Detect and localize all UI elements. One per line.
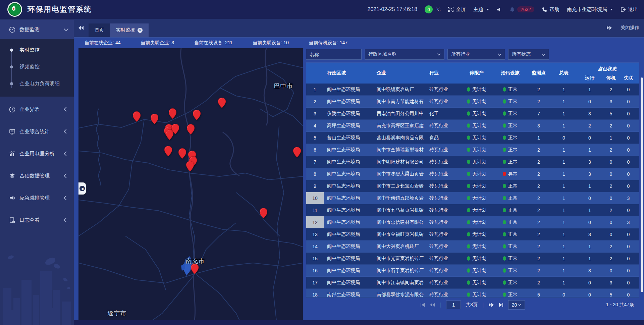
map-pin[interactable] <box>186 161 194 171</box>
theme-dropdown[interactable]: 主题 <box>473 6 489 13</box>
logout-button[interactable]: 退出 <box>620 6 638 13</box>
cell-region: 仪陇生态环境局 <box>324 108 373 119</box>
tab-home[interactable]: 首页 <box>89 23 110 37</box>
phone-icon <box>542 7 547 12</box>
col-lost: 失联 <box>620 73 637 84</box>
name-search-input[interactable] <box>306 49 362 60</box>
temperature: 0 ℃ <box>425 5 441 13</box>
cell-lost-count: 0 <box>620 144 637 156</box>
sidebar-group-emergency-reduce[interactable]: 应急减排管理 <box>0 188 74 207</box>
notifications-button[interactable]: 2632 <box>509 6 534 12</box>
first-page-button[interactable] <box>420 303 425 307</box>
map-pin[interactable] <box>191 264 199 274</box>
status-select[interactable]: 所有状态 <box>508 49 549 60</box>
sidebar-group-enterprise-abnormal[interactable]: 企业异常 <box>0 100 74 119</box>
org-dropdown[interactable]: 南充市生态环境局 <box>567 6 613 13</box>
table-row[interactable]: 4高坪生态环境局南充市高坪区王家店建砖瓦行业无计划正常31220 <box>306 120 639 132</box>
table-row[interactable]: 12阆中生态环境局阆中市忠信建材有限公砖瓦行业无计划正常21003 <box>306 216 639 228</box>
sidebar-item[interactable]: 企业电力负荷明细 <box>0 75 74 92</box>
cell-company: 阆中市金福旺页岩机砖 <box>373 228 424 240</box>
next-page-button[interactable] <box>488 303 494 307</box>
page-number-input[interactable] <box>446 301 461 309</box>
table-row[interactable]: 15阆中生态环境局阆中市光富页岩机砖厂砖瓦行业无计划正常21120 <box>306 253 639 265</box>
table-row[interactable]: 9阆中生态环境局阆中市二龙长宝页岩砖砖瓦行业无计划正常21120 <box>306 180 639 192</box>
table-row[interactable]: 16阆中生态环境局阆中市石子页岩机砖厂砖瓦行业无计划正常21300 <box>306 265 639 277</box>
mute-button[interactable] <box>496 7 502 12</box>
industry-select[interactable]: 所有行业 <box>447 49 505 60</box>
table-row[interactable]: 18南部生态环境局南部县双佛水泥有限公砖瓦行业无计划正常50050 <box>306 289 639 297</box>
table-row[interactable]: 11阆中生态环境局阆中市五马桥页岩机砖砖瓦行业无计划正常21120 <box>306 204 639 216</box>
cell-company: 阆中市二龙长宝页岩砖 <box>373 180 424 192</box>
map-panel[interactable]: 巴中市南充市遂宁市 <box>78 48 303 320</box>
map-pin[interactable] <box>218 98 226 108</box>
cell-halt-count: 0 <box>602 216 620 228</box>
green-dot-icon <box>503 280 506 285</box>
map-pin[interactable] <box>260 208 267 218</box>
cell-lost-count: 0 <box>620 289 637 297</box>
close-operations-button[interactable]: 关闭操作 <box>621 25 639 31</box>
sidebar-group-power-analysis[interactable]: 企业用电量分析 <box>0 144 74 163</box>
table-row[interactable]: 17阆中生态环境局阆中市江南镇阆南页岩砖瓦行业无计划正常21030 <box>306 277 639 289</box>
map-pin[interactable] <box>193 110 201 120</box>
table-row[interactable]: 2阆中生态环境局阆中市南方节能建材有砖瓦行业无计划正常21030 <box>306 96 639 108</box>
cell-company: 阆中大兴页岩机砖厂 <box>373 240 424 252</box>
cell-total-meter: 1 <box>550 180 577 192</box>
cell-run-count: 2 <box>577 120 602 131</box>
sidebar-group-base-data[interactable]: 基础数据管理 <box>0 166 74 185</box>
table-row[interactable]: 13阆中生态环境局阆中市金福旺页岩机砖砖瓦行业无计划正常21300 <box>306 228 639 240</box>
cell-region: 阆中生态环境局 <box>324 277 373 288</box>
chevron-icon <box>64 129 68 134</box>
map-pin[interactable] <box>178 148 186 159</box>
row-index: 10 <box>306 192 324 204</box>
page-size-select[interactable]: 20 <box>508 300 525 310</box>
app-title: 环保用电监管系统 <box>28 4 92 14</box>
sidebar-collapse-handle[interactable]: ◀ <box>78 182 86 195</box>
col-region: 行政区域 <box>324 63 373 84</box>
table-row[interactable]: 7阆中生态环境局阆中明阳建材有限公司砖瓦行业无计划正常21300 <box>306 156 639 168</box>
last-page-button[interactable] <box>498 303 503 307</box>
table-scrollbar[interactable] <box>641 77 643 292</box>
sidebar-group-log-view[interactable]: 日志查看 <box>0 211 74 229</box>
table-row[interactable]: 8阆中生态环境局阆中市枣碧大梁山页岩砖瓦行业无计划异常21300 <box>306 168 639 180</box>
map-pin[interactable] <box>133 111 141 122</box>
cell-company: 阆中市枣碧大梁山页岩 <box>373 168 424 180</box>
fullscreen-icon <box>448 7 454 12</box>
cell-total-meter: 1 <box>550 265 577 276</box>
sidebar-item[interactable]: 实时监控 <box>0 42 74 58</box>
table-row[interactable]: 1阆中生态环境局阆中强锐页岩砖厂砖瓦行业无计划正常21120 <box>306 84 639 96</box>
cell-facility-status: 正常 <box>493 108 527 119</box>
table-row[interactable]: 10阆中生态环境局阆中千佛镇五郎垭页岩砖瓦行业无计划正常21003 <box>306 192 639 204</box>
region-select[interactable]: 行政区域名称 <box>365 49 444 60</box>
map-pin[interactable] <box>187 124 195 134</box>
header: 环保用电监管系统 2021-02-25 17:46:18 0 ℃ 全屏 主题 <box>0 0 644 19</box>
row-index: 2 <box>306 96 324 107</box>
table-row[interactable]: 14阆中生态环境局阆中大兴页岩机砖厂砖瓦行业无计划正常21120 <box>306 240 639 253</box>
cell-halt-count: 0 <box>602 168 620 180</box>
cell-region: 阆中生态环境局 <box>324 180 373 192</box>
map-pin[interactable] <box>171 124 179 134</box>
cell-facility-status: 正常 <box>493 132 527 144</box>
table-row[interactable]: 6阆中生态环境局阆中市金博瑞新型墙材砖瓦行业无计划正常21120 <box>306 144 639 156</box>
tab-close-icon[interactable]: ✕ <box>138 28 143 33</box>
prev-page-button[interactable] <box>430 303 435 307</box>
notification-badge: 2632 <box>517 6 534 12</box>
tabs-scroll-right-button[interactable] <box>606 26 612 30</box>
map-pin[interactable] <box>169 108 176 119</box>
chevron-down-icon <box>437 53 441 56</box>
table-row[interactable]: 3仪陇生态环境局西南油气田分公司川中化工无计划正常71350 <box>306 108 639 120</box>
sidebar-group-data-monitor[interactable]: 数据监测 <box>0 20 74 39</box>
cell-company: 南充市高坪区王家店建 <box>373 120 424 131</box>
tab-realtime-monitor[interactable]: 实时监控 ✕ <box>110 23 149 37</box>
cell-industry: 砖瓦行业 <box>424 289 460 297</box>
map-pin[interactable] <box>293 147 301 157</box>
help-button[interactable]: 帮助 <box>542 6 559 13</box>
map-pin[interactable] <box>164 146 172 156</box>
sidebar-group-enterprise-stats[interactable]: 企业综合统计 <box>0 122 74 141</box>
tabs-scroll-left-button[interactable] <box>74 19 89 37</box>
chevron-down-icon <box>498 53 501 56</box>
table-row[interactable]: 5营山生态环境局营山县润丰肉食品有限食品无计划正常10010 <box>306 132 639 144</box>
fullscreen-button[interactable]: 全屏 <box>448 6 466 13</box>
sidebar-item[interactable]: 视频监控 <box>0 58 74 75</box>
cell-halt-count: 2 <box>602 120 620 131</box>
map-pin[interactable] <box>151 114 158 124</box>
